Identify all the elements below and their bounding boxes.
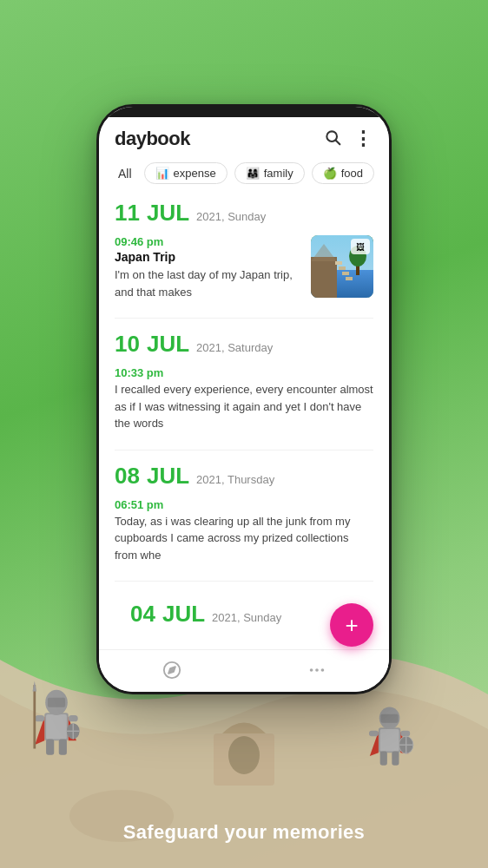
phone-frame: daybook ⋮ All 📊 expense [96, 104, 392, 694]
filter-expense[interactable]: 📊 expense [144, 162, 228, 184]
family-label: family [264, 167, 293, 180]
entry-body-jul10: I recalled every experience, every encou… [115, 381, 373, 432]
filter-family[interactable]: 👨‍👩‍👧 family [234, 162, 305, 184]
more-options-icon[interactable]: ⋮ [353, 128, 373, 150]
date-month-jul04: JUL [162, 601, 205, 628]
svg-marker-40 [168, 667, 175, 674]
svg-point-42 [315, 668, 319, 672]
date-day-08: 08 [115, 463, 140, 490]
date-month-jul10: JUL [147, 331, 189, 358]
svg-point-43 [320, 668, 324, 672]
entry-time-jul10: 10:33 pm [115, 366, 373, 379]
entry-text-jul11: 09:46 pm Japan Trip I'm on the last day … [115, 235, 302, 300]
svg-rect-9 [33, 685, 36, 748]
svg-rect-21 [392, 751, 399, 765]
entry-group-jul08: 08 JUL 2021, Thursday 06:51 pm Today, as… [115, 463, 373, 564]
bottom-nav [99, 649, 389, 692]
date-month-jul08: JUL [147, 463, 189, 490]
entry-text-jul10: 10:33 pm I recalled every experience, ev… [115, 366, 373, 432]
divider-3 [115, 581, 373, 582]
svg-rect-35 [342, 272, 349, 275]
entries-list: 11 JUL 2021, Sunday 09:46 pm Japan Trip … [99, 193, 389, 649]
svg-rect-5 [35, 715, 44, 721]
svg-line-28 [336, 140, 340, 144]
svg-marker-10 [33, 681, 37, 692]
entry-title-jul11: Japan Trip [115, 250, 302, 264]
svg-rect-20 [380, 751, 387, 765]
entry-card-jul10[interactable]: 10:33 pm I recalled every experience, ev… [115, 366, 373, 432]
date-yeardow-jul08: 2021, Thursday [196, 473, 274, 486]
date-yeardow-jul10: 2021, Saturday [196, 341, 273, 354]
entry-image-photo: 🖼 [311, 235, 373, 298]
svg-rect-34 [339, 266, 346, 270]
entry-text-jul08: 06:51 pm Today, as i was clearing up all… [115, 498, 373, 564]
expense-emoji: 📊 [155, 167, 169, 180]
bottom-tagline: Safeguard your memories [0, 821, 488, 844]
date-header-jul11: 11 JUL 2021, Sunday [115, 200, 373, 227]
date-day-10: 10 [115, 331, 140, 358]
knight-left-icon [26, 677, 87, 773]
svg-rect-18 [369, 731, 379, 736]
food-label: food [341, 167, 363, 180]
entry-group-jul10: 10 JUL 2021, Saturday 10:33 pm I recalle… [115, 331, 373, 432]
entry-time-jul08: 06:51 pm [115, 498, 373, 511]
search-icon[interactable] [324, 128, 341, 150]
svg-rect-6 [69, 715, 78, 721]
app-content: daybook ⋮ All 📊 expense [99, 117, 389, 692]
date-month-jul11: JUL [147, 200, 189, 227]
entry-body-jul11: I'm on the last day of my Japan trip, an… [115, 266, 302, 300]
divider-1 [115, 318, 373, 319]
header-icons: ⋮ [324, 128, 373, 150]
app-logo: daybook [115, 128, 190, 150]
date-header-jul08: 08 JUL 2021, Thursday [115, 463, 373, 490]
date-yeardow-jul11: 2021, Sunday [196, 210, 266, 223]
add-entry-fab[interactable]: + [330, 603, 373, 647]
date-day-04: 04 [130, 601, 155, 628]
svg-rect-8 [59, 740, 67, 755]
filter-all[interactable]: All [113, 163, 137, 184]
svg-rect-32 [311, 257, 337, 298]
app-header: daybook ⋮ [99, 117, 389, 157]
nav-compass[interactable] [145, 657, 199, 683]
nav-more[interactable] [290, 657, 344, 683]
food-emoji: 🍏 [323, 167, 337, 180]
expense-label: expense [174, 167, 216, 180]
image-gallery-icon: 🖼 [351, 239, 370, 254]
entry-image-jul11: 🖼 [311, 235, 373, 298]
filter-bar: All 📊 expense 👨‍👩‍👧 family 🍏 food [99, 157, 389, 193]
knight-right-icon [362, 694, 419, 781]
svg-rect-36 [346, 277, 353, 280]
svg-rect-17 [381, 714, 399, 723]
svg-rect-33 [335, 261, 342, 265]
date-header-jul10: 10 JUL 2021, Saturday [115, 331, 373, 358]
svg-rect-2 [46, 714, 67, 739]
svg-rect-15 [380, 729, 399, 751]
entry-body-jul08: Today, as i was clearing up all the junk… [115, 513, 373, 564]
svg-rect-19 [400, 731, 410, 736]
entry-card-jul11[interactable]: 09:46 pm Japan Trip I'm on the last day … [115, 235, 373, 300]
svg-rect-4 [48, 698, 65, 707]
date-day-11: 11 [115, 200, 140, 227]
entry-time-jul11: 09:46 pm [115, 235, 302, 248]
date-yeardow-jul04: 2021, Sunday [212, 611, 281, 624]
phone-notch [99, 107, 389, 117]
svg-point-41 [309, 668, 313, 672]
entry-group-jul11: 11 JUL 2021, Sunday 09:46 pm Japan Trip … [115, 200, 373, 300]
filter-food[interactable]: 🍏 food [312, 162, 374, 184]
entry-card-jul08[interactable]: 06:51 pm Today, as i was clearing up all… [115, 498, 373, 564]
divider-2 [115, 450, 373, 450]
family-emoji: 👨‍👩‍👧 [246, 167, 260, 180]
svg-rect-7 [46, 740, 54, 755]
